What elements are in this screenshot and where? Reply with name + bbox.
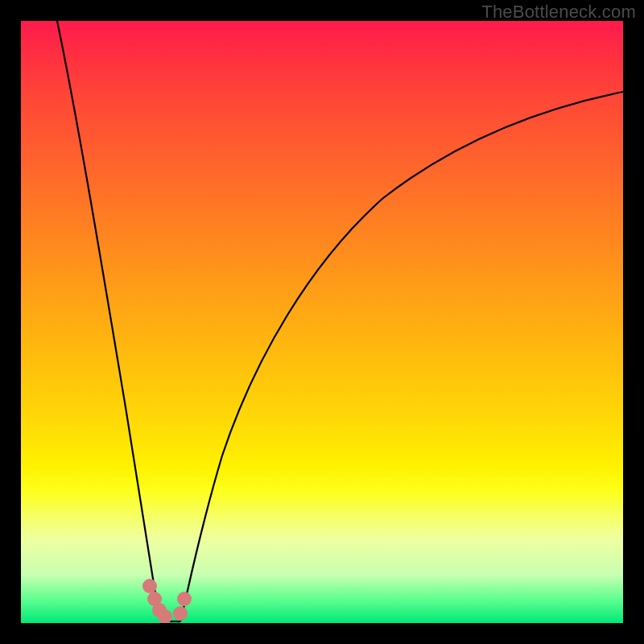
attribution-text: TheBottleneck.com	[481, 2, 636, 23]
chart-frame: TheBottleneck.com	[0, 0, 644, 644]
plot-area	[21, 21, 623, 623]
data-dot	[173, 606, 188, 621]
curves-svg	[21, 21, 623, 623]
right-curve	[180, 92, 623, 621]
data-dot	[177, 592, 192, 606]
left-curve	[57, 21, 166, 621]
data-dot	[142, 579, 157, 593]
